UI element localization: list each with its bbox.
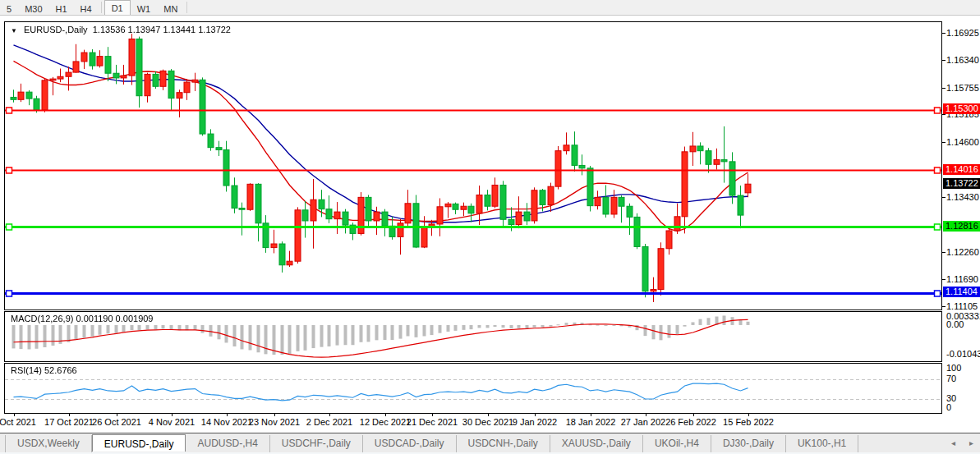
timeframe-button-h1[interactable]: H1 [49,0,74,16]
tab-audusd-h4[interactable]: AUDUSD-,H4 [186,435,269,452]
timeframe-button-m30[interactable]: M30 [18,0,48,16]
date-tick-label: 14 Nov 2021 [201,417,252,427]
rsi-tick-label: 100 [946,363,961,373]
date-tick-label: 18 Jan 2022 [566,417,616,427]
date-tick-mark [748,413,749,416]
hline-price-badge: 1.14016 [943,164,980,175]
timeframe-button-mn[interactable]: MN [157,0,184,16]
price-tick-label: 1.11690 [946,274,978,284]
terminal-window: 5M30H1H4D1W1MN ▼ EURUSD-,Daily 1.13536 1… [0,0,980,454]
rsi-label: RSI(14) 52.6766 [11,365,77,375]
ohlc-close: 1.13722 [198,25,231,34]
tab-eurusd-daily[interactable]: EURUSD-,Daily [92,434,186,452]
price-tick-label: 1.16925 [946,28,979,38]
date-tick-label: 2 Dec 2021 [306,417,352,427]
timeframe-button-5[interactable]: 5 [0,0,18,16]
tab-ukoil-h4[interactable]: UKOil-,H4 [643,435,711,452]
date-tick-mark [646,413,646,416]
price-tick-label: 1.15755 [946,83,979,93]
date-tick-mark [385,413,386,416]
price-tick-mark [942,114,945,115]
tab-usdcad-daily[interactable]: USDCAD-,Daily [363,435,457,452]
price-tick-mark [942,252,945,253]
date-tick-label: 23 Nov 2021 [249,417,300,427]
price-tick-label: 1.16340 [946,55,979,65]
date-tick-mark [693,413,694,416]
price-tick-label: 1.11105 [946,301,978,311]
date-tick-mark [14,413,15,416]
date-tick-label: 30 Dec 2021 [462,417,513,427]
chart-symbol-label: EURUSD-,Daily [24,25,88,34]
tab-usdchf-daily[interactable]: USDCHF-,Daily [270,435,363,452]
timeframe-button-h4[interactable]: H4 [74,0,99,16]
macd-values: 0.001190 0.001909 [76,314,153,323]
symbol-tabbar: USDX,WeeklyEURUSD-,DailyAUDUSD-,H4USDCHF… [0,433,980,454]
rsi-canvas[interactable] [5,364,941,413]
price-tick-mark [942,279,945,280]
tab-xauusd-daily[interactable]: XAUUSD-,Daily [550,435,643,452]
chart-dropdown-icon[interactable]: ▼ [11,27,17,34]
tab-dj30-daily[interactable]: DJ30-,Daily [711,435,786,452]
date-tick-mark [591,413,591,416]
date-tick-label: 6 Feb 2022 [670,417,716,427]
hline-price-badge: 1.15300 [943,103,980,114]
price-tick-mark [942,197,945,198]
tab-usdx-weekly[interactable]: USDX,Weekly [5,435,92,452]
toolbar-separator [186,2,187,13]
macd-tick-label: -0.010439 [946,349,980,359]
price-chart-canvas[interactable] [5,22,941,310]
hline-price-badge: 1.11404 [943,287,980,297]
timeframe-button-d1[interactable]: D1 [104,0,131,16]
date-tick-mark [172,413,173,416]
price-tick-mark [942,60,945,61]
ohlc-low: 1.13441 [163,25,196,34]
symbol-tabs: USDX,WeeklyEURUSD-,DailyAUDUSD-,H4USDCHF… [5,435,858,452]
rsi-tick-label: 70 [946,374,956,383]
date-axis[interactable]: 7 Oct 202117 Oct 202126 Oct 20214 Nov 20… [4,413,942,429]
date-tick-label: 4 Nov 2021 [149,417,195,427]
price-tick-label: 1.14600 [946,137,979,147]
rsi-tick-label: 0 [946,402,951,412]
macd-panel: MACD(12,26,9) 0.001190 0.001909 [4,311,942,362]
rsi-value: 52.6766 [44,365,77,375]
timeframe-toolbar: 5M30H1H4D1W1MN [0,0,980,16]
ohlc-high: 1.13947 [128,25,161,34]
hline-price-badge: 1.12816 [943,221,980,232]
date-tick-label: 17 Oct 2021 [44,417,94,427]
current-price-badge: 1.13722 [943,178,980,189]
date-tick-label: 15 Feb 2022 [723,417,774,427]
ohlc-open: 1.13536 [93,25,126,34]
date-tick-label: 26 Oct 2021 [92,417,141,427]
date-tick-mark [69,413,70,416]
date-tick-mark [227,413,228,416]
price-axis[interactable]: 1.169251.163401.157551.151851.146001.134… [942,16,980,427]
macd-tick-label: 0.00 [946,319,964,329]
rsi-panel: RSI(14) 52.6766 [4,363,942,414]
date-tick-label: 21 Dec 2021 [407,417,458,427]
date-tick-label: 9 Jan 2022 [513,417,557,427]
timeframe-button-w1[interactable]: W1 [131,0,158,16]
price-tick-mark [942,306,945,307]
date-tick-mark [274,413,275,416]
price-tick-mark [942,33,945,34]
tab-scroll-right-icon[interactable]: ▸ [969,438,973,447]
price-tick-label: 1.13430 [946,192,979,202]
price-chart-panel: ▼ EURUSD-,Daily 1.13536 1.13947 1.13441 … [4,21,942,310]
macd-label: MACD(12,26,9) 0.001190 0.001909 [11,314,153,323]
date-tick-mark [329,413,330,416]
date-tick-label: 27 Jan 2022 [621,417,671,427]
price-tick-mark [942,88,945,89]
price-tick-mark [942,142,945,143]
date-tick-mark [535,413,536,416]
tab-scroll-left-icon[interactable]: ◂ [951,438,955,447]
toolbar-separator [101,2,102,13]
date-tick-mark [432,413,433,416]
date-tick-mark [488,413,489,416]
chart-title: ▼ EURUSD-,Daily 1.13536 1.13947 1.13441 … [11,25,231,34]
tab-usdcnh-daily[interactable]: USDCNH-,Daily [457,435,550,452]
date-tick-mark [117,413,117,416]
date-tick-label: 12 Dec 2021 [360,417,411,427]
date-tick-label: 7 Oct 2021 [0,417,36,427]
price-tick-label: 1.12260 [946,247,979,257]
tab-uk100-h1[interactable]: UK100-,H1 [786,435,858,452]
